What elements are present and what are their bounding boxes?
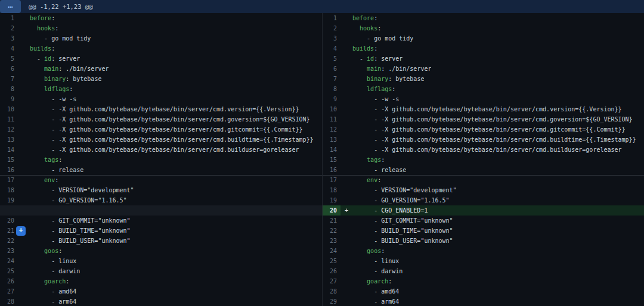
empty-placeholder-row [0, 205, 322, 216]
code-text: before: [30, 13, 55, 23]
line-number[interactable]: 17 [0, 175, 18, 185]
diff-line: 2 hooks: [0, 23, 322, 33]
diff-pane-old: 1before:2 hooks:3 - go mod tidy4builds:5… [0, 13, 322, 306]
code-text: - VERSION="development" [352, 185, 457, 195]
diff-line: 20 - GIT_COMMIT="unknown" [0, 216, 322, 226]
line-number[interactable]: 9 [323, 94, 340, 104]
line-number[interactable]: 6 [323, 64, 340, 74]
line-number[interactable]: 22 [323, 226, 340, 236]
diff-marker [18, 216, 30, 226]
line-number[interactable]: 28 [0, 296, 18, 306]
line-number[interactable]: 3 [323, 33, 340, 43]
yaml-key: builds [30, 45, 51, 52]
line-number[interactable]: 14 [323, 145, 340, 155]
line-number[interactable]: 16 [0, 165, 18, 175]
line-number[interactable]: 19 [323, 195, 340, 205]
diff-marker [18, 23, 30, 33]
line-number[interactable]: 7 [323, 74, 340, 84]
line-number[interactable]: 3 [0, 33, 18, 43]
diff-marker [18, 114, 30, 124]
code-text: - darwin [30, 266, 80, 276]
add-comment-button[interactable]: + [16, 226, 26, 236]
line-number[interactable]: 23 [0, 246, 18, 256]
diff-line: 14 - -X github.com/bytebase/bytebase/bin… [0, 145, 322, 155]
line-number[interactable]: 26 [323, 266, 340, 276]
line-number[interactable]: 7 [0, 74, 18, 84]
code-text: - GIT_COMMIT="unknown" [352, 216, 453, 226]
code-text: - -X github.com/bytebase/bytebase/bin/se… [352, 135, 636, 145]
code-text: - id: server [352, 54, 402, 64]
line-number[interactable]: 22 [0, 236, 18, 246]
line-number[interactable]: 21 [323, 216, 340, 226]
line-number[interactable]: 10 [323, 104, 340, 114]
code-text: - BUILD_TIME="unknown" [30, 226, 131, 236]
line-number[interactable]: 18 [0, 185, 18, 195]
line-number[interactable]: 4 [323, 43, 340, 54]
diff-marker [18, 165, 30, 175]
diff-line: 28 - amd64 [323, 286, 644, 296]
code-text: - arm64 [30, 296, 76, 306]
line-number[interactable]: 16 [323, 165, 340, 175]
line-number[interactable]: 1 [323, 13, 340, 23]
line-number[interactable]: 23 [323, 236, 340, 246]
line-number[interactable]: 26 [0, 276, 18, 286]
code-text: - -X github.com/bytebase/bytebase/bin/se… [30, 114, 310, 124]
line-number[interactable]: 18 [323, 185, 340, 195]
line-number[interactable]: 9 [0, 94, 18, 104]
line-number[interactable]: 13 [323, 135, 340, 145]
line-number[interactable]: 4 [0, 43, 18, 54]
line-number[interactable]: 27 [323, 276, 340, 286]
line-number[interactable]: 25 [0, 266, 18, 276]
yaml-key: hooks [37, 25, 55, 32]
diff-line: 25 - darwin [0, 266, 322, 276]
code-text: - linux [352, 256, 399, 266]
line-number[interactable]: 11 [323, 114, 340, 124]
line-number[interactable]: 29 [323, 296, 340, 306]
line-number[interactable]: 8 [0, 84, 18, 94]
diff-line: 11 - -X github.com/bytebase/bytebase/bin… [323, 114, 644, 124]
line-number[interactable]: 15 [323, 155, 340, 165]
diff-marker [18, 246, 30, 256]
line-number[interactable]: 10 [0, 104, 18, 114]
line-number[interactable]: 14 [0, 145, 18, 155]
line-number[interactable]: 5 [0, 54, 18, 64]
line-number[interactable]: 20 [0, 216, 18, 226]
code-text: - -X github.com/bytebase/bytebase/bin/se… [352, 145, 622, 155]
diff-line: 4builds: [0, 43, 322, 54]
line-number[interactable]: 5 [323, 54, 340, 64]
line-number[interactable]: 6 [0, 64, 18, 74]
line-number[interactable]: 24 [0, 256, 18, 266]
line-number[interactable]: 19 [0, 195, 18, 205]
diff-line: 21 - GIT_COMMIT="unknown" [323, 216, 644, 226]
line-number[interactable]: 2 [0, 23, 18, 33]
diff-marker [340, 266, 352, 276]
expand-hunk-button[interactable]: ⋯ [0, 0, 21, 13]
diff-marker [340, 124, 352, 135]
code-text: - release [30, 165, 83, 175]
line-number[interactable]: 21 [0, 226, 18, 236]
line-number[interactable]: 13 [0, 135, 18, 145]
line-number[interactable]: 27 [0, 286, 18, 296]
diff-line: 9 - -w -s [323, 94, 644, 104]
line-number[interactable]: 2 [323, 23, 340, 33]
line-number[interactable]: 25 [323, 256, 340, 266]
line-number[interactable]: 28 [323, 286, 340, 296]
line-number[interactable]: 17 [323, 175, 340, 185]
line-number[interactable]: 20 [323, 205, 340, 216]
line-number[interactable]: 24 [323, 246, 340, 256]
yaml-key: tags [367, 157, 381, 163]
code-text: ldflags: [352, 84, 395, 94]
line-number[interactable]: 8 [323, 84, 340, 94]
diff-marker [340, 185, 352, 195]
diff-marker [340, 145, 352, 155]
line-number[interactable]: 12 [323, 124, 340, 135]
code-text: main: ./bin/server [352, 64, 431, 74]
line-number[interactable]: 15 [0, 155, 18, 165]
code-text: - -w -s [30, 94, 76, 104]
line-number[interactable]: 1 [0, 13, 18, 23]
line-number[interactable]: 11 [0, 114, 18, 124]
diff-line: 27 goarch: [323, 276, 644, 286]
diff-line: 5 - id: server [0, 54, 322, 64]
line-number[interactable]: 12 [0, 124, 18, 135]
diff-line: 26 - darwin [323, 266, 644, 276]
